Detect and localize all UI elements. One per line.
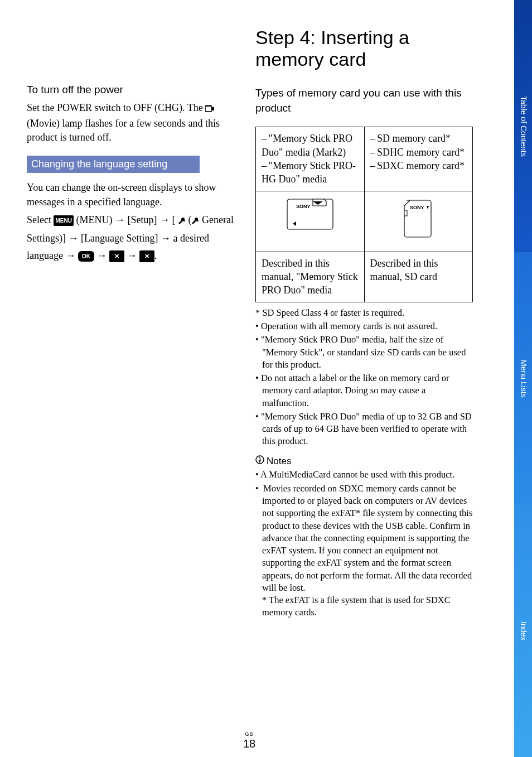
svg-rect-1	[205, 105, 211, 107]
list-item: "Memory Stick PRO Duo" media (Mark2)	[262, 132, 359, 159]
svg-text:SONY: SONY	[410, 205, 424, 210]
wrench-icon	[178, 213, 186, 230]
txt: [Language Setting]	[81, 233, 161, 244]
heading-power-off: To turn off the power	[27, 83, 244, 98]
tab-index[interactable]: Index	[514, 505, 532, 757]
sd-card-image-cell: SONY	[364, 191, 473, 252]
list-item: SD Speed Class 4 or faster is required.	[262, 307, 473, 319]
list-item: Do not attach a label or the like on mem…	[262, 372, 473, 409]
ok-button-icon: OK	[78, 251, 94, 262]
side-tabs: Table of Contents Menu Lists Index	[514, 0, 532, 757]
list-item: SDXC memory card*	[370, 159, 467, 172]
memory-card-table: "Memory Stick PRO Duo" media (Mark2) "Me…	[255, 127, 473, 302]
notes-list: A MultiMediaCard cannot be used with thi…	[255, 469, 473, 620]
table-cell: Described in this manual, SD card	[364, 252, 473, 302]
txt: [	[172, 214, 175, 225]
memory-stick-pro-duo-icon: SONY	[279, 196, 341, 244]
list-item: SDHC memory card*	[370, 146, 467, 159]
page-body: To turn off the power Set the POWER swit…	[27, 27, 473, 730]
right-column: Step 4: Inserting a memory card Types of…	[255, 27, 473, 730]
menu-button-icon: MENU	[54, 215, 73, 226]
list-item: "Memory Stick PRO Duo" media of up to 32…	[262, 411, 473, 448]
page-num-value: 18	[243, 736, 255, 751]
tab-menu-lists[interactable]: Menu Lists	[514, 252, 532, 504]
list-item: SD memory card*	[370, 132, 467, 145]
close-button-icon: ✕	[139, 250, 154, 262]
heading-step4: Step 4: Inserting a memory card	[255, 27, 473, 70]
list-item: Movies recorded on SDXC memory cards can…	[262, 483, 473, 619]
list-item: A MultiMediaCard cannot be used with thi…	[262, 469, 473, 481]
svg-rect-2	[212, 107, 214, 110]
notes-icon	[255, 455, 264, 468]
heading-card-types: Types of memory card you can use with th…	[255, 86, 473, 115]
close-button-icon: ✕	[109, 250, 124, 262]
table-cell: "Memory Stick PRO Duo" media (Mark2) "Me…	[256, 127, 365, 191]
power-text-2: (Movie) lamp flashes for a few seconds a…	[27, 118, 220, 143]
list: SD memory card* SDHC memory card* SDXC m…	[370, 132, 467, 172]
sd-card-icon: SONY	[388, 196, 449, 244]
list-item: "Memory Stick PRO-HG Duo" media	[262, 159, 359, 186]
power-text-1: Set the POWER switch to OFF (CHG). The	[27, 102, 205, 113]
tab-table-of-contents[interactable]: Table of Contents	[514, 0, 532, 252]
notes-heading: Notes	[255, 455, 473, 468]
notes-label: Notes	[267, 455, 291, 468]
page-number: GB 18	[243, 731, 255, 751]
language-intro: You can change the on-screen displays to…	[27, 181, 244, 209]
power-off-text: Set the POWER switch to OFF (CHG). The (…	[27, 101, 244, 145]
left-column: To turn off the power Set the POWER swit…	[27, 27, 244, 730]
list: "Memory Stick PRO Duo" media (Mark2) "Me…	[262, 132, 359, 186]
svg-text:SONY: SONY	[296, 204, 311, 209]
exfat-footnote: * The exFAT is a file system that is use…	[262, 595, 451, 618]
memory-stick-image-cell: SONY	[256, 191, 365, 252]
txt: (MENU)	[76, 214, 115, 225]
list-item: "Memory Stick PRO Duo" media, half the s…	[262, 334, 473, 371]
table-cell: SD memory card* SDHC memory card* SDXC m…	[364, 127, 473, 191]
heading-language-bar: Changing the language setting	[27, 156, 200, 173]
footnote-list: SD Speed Class 4 or faster is required. …	[255, 307, 473, 449]
txt: Select	[27, 214, 54, 225]
language-steps: Select MENU (MENU) → [Setup] → [ ( ( Gen…	[27, 211, 244, 264]
table-cell: Described in this manual, "Memory Stick …	[256, 252, 365, 302]
svg-rect-7	[404, 210, 407, 216]
note-text: Movies recorded on SDXC memory cards can…	[262, 483, 472, 593]
svg-rect-0	[205, 106, 211, 112]
wrench-icon	[191, 213, 199, 230]
movie-icon	[205, 103, 214, 117]
list-item: Operation with all memory cards is not a…	[262, 320, 473, 332]
txt: [Setup]	[127, 214, 159, 225]
